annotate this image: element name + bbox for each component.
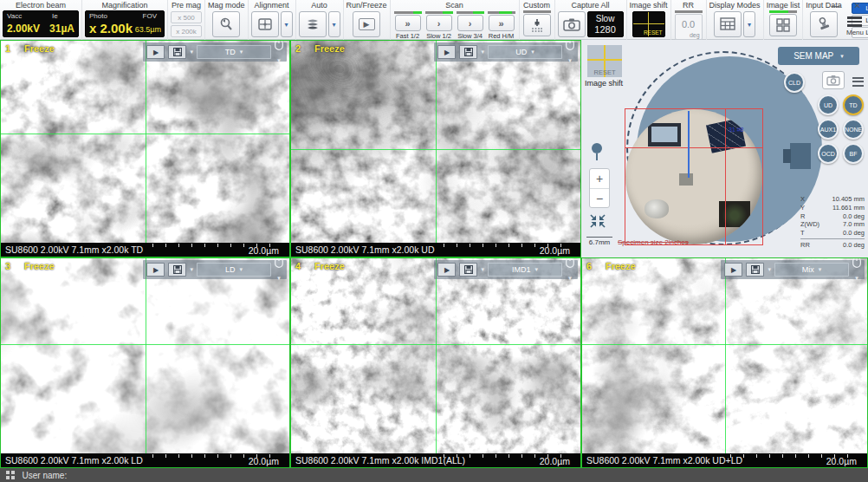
detector-value: TD [225,48,236,56]
rr-display[interactable]: 0.0 deg [675,14,703,40]
zoom-out-button[interactable]: − [590,188,609,207]
save-image-button[interactable] [746,263,764,277]
mouse-mode-button[interactable]: ▾ [852,257,861,283]
detector-select[interactable]: UD ▾ [488,45,562,59]
run-button[interactable]: ▶ [146,263,165,277]
chevron-down-icon: ▾ [277,57,281,63]
auto-layers-icon [305,16,321,32]
image-overlay-toolbar: ▶ ▾ IMD1 ▾ ▾ [434,260,578,279]
save-dropdown-caret[interactable]: ▾ [190,266,193,273]
save-image-button[interactable] [168,263,186,277]
image-shift-reset-button[interactable]: RESET [644,29,663,36]
run-freeze-button[interactable]: ▶ [353,11,380,37]
position-marker-line [688,111,690,178]
chevron-down-icon: ▾ [535,266,539,273]
sem-image-panel-mix[interactable]: 6 Freeze ▶ ▾ Mix ▾ ▾ SU8600 2.00kV 7.1mm… [581,257,868,468]
run-button[interactable]: ▶ [437,263,456,277]
camera-icon [563,17,580,31]
chevron-down-icon: ▾ [240,49,243,55]
magnifier-icon [218,16,234,32]
capture-all-button[interactable] [558,11,586,37]
image-list-button[interactable] [769,14,797,36]
detector-select[interactable]: TD ▾ [197,45,271,59]
scan-red-hm-button[interactable]: » [489,15,515,31]
crosshair-horizontal [582,344,867,345]
detector-select[interactable]: LD ▾ [197,263,271,277]
detector-select[interactable]: Mix ▾ [774,263,849,277]
display-modes-button[interactable] [714,11,742,37]
sem-image-panel-ld[interactable]: 3 Freeze ▶ ▾ LD ▾ ▾ SU8600 2.00kV 7.1mm … [0,257,290,468]
save-dropdown-caret[interactable]: ▾ [190,49,193,55]
detector-none-button[interactable]: NONE [843,119,864,140]
input-data-button[interactable] [810,11,838,37]
crosshair-horizontal [1,134,289,134]
stamp-icon [816,16,832,32]
save-icon [751,265,760,274]
fov-label: FOV [143,12,157,20]
detector-ud-button[interactable]: UD [818,94,839,115]
mouse-mode-button[interactable]: ▾ [275,40,283,66]
fit-view-button[interactable] [589,213,606,229]
display-modes-dropdown-caret[interactable]: ▾ [743,11,755,37]
scan-slow-half-button[interactable]: › [426,15,452,31]
image-shift-pad[interactable]: RESET [632,11,665,37]
save-dropdown-caret[interactable]: ▾ [481,49,484,55]
sem-map-mode-select[interactable]: SEM MAP ▾ [778,47,859,65]
chevron-down-icon: ▾ [568,57,572,63]
run-button[interactable]: ▶ [146,45,165,59]
detector-cld-button[interactable]: CLD [784,72,805,93]
mag-mode-button[interactable] [212,11,240,37]
hamburger-icon [846,16,864,27]
electron-beam-display: Vacc Ie 2.00kV 31µA [3,10,79,37]
mouse-icon [852,257,861,268]
detector-value: UD [515,48,527,56]
save-image-button[interactable] [459,45,477,59]
sem-image-panel-imd1[interactable]: 4 Freeze ▶ ▾ IMD1 ▾ ▾ SU8600 2.00kV 7.1m… [290,257,581,468]
map-zoom-control: + − [589,168,610,208]
mouse-mode-button[interactable]: ▾ [566,257,574,283]
scan-fast-half-button[interactable]: » [395,15,421,31]
map-pin-button[interactable] [590,142,604,161]
image-caption: SU8600 2.00kV 7.1mm x2.00k IMD1(ALL) [295,455,465,466]
zoom-in-button[interactable]: + [590,169,609,188]
mouse-mode-button[interactable]: ▾ [566,40,574,66]
detector-bf-button[interactable]: BF [843,143,864,164]
freeze-status: Freeze [314,261,345,271]
grid-icon[interactable] [6,471,15,479]
save-dropdown-caret[interactable]: ▾ [768,266,771,273]
specimen-size-label: Specimen size 2inches [618,238,689,246]
sem-image-panel-ud[interactable]: 2 Freeze ▶ ▾ UD ▾ ▾ SU8600 2.00kV 7.1mm … [290,40,581,257]
run-button[interactable]: ▶ [724,263,742,277]
alignment-button[interactable] [251,11,279,37]
save-icon [464,265,473,274]
close-button[interactable]: ✕ [854,1,861,11]
chevron-down-icon: ▾ [855,275,858,281]
detector-aux1-button[interactable]: AUX1 [818,119,839,140]
detector-ocd-button[interactable]: OCD [818,143,839,164]
map-image-shift-reset-button[interactable]: RESET [587,45,622,77]
custom-button[interactable] [523,14,551,36]
rr-title: RR [683,1,694,10]
save-image-button[interactable] [168,45,186,59]
pre-mag-200k-button[interactable]: x 200k [171,25,202,37]
run-button[interactable]: ▶ [437,45,456,59]
sem-image-panel-td[interactable]: 1 Freeze ▶ ▾ TD ▾ ▾ SU8600 2.00kV 7.1mm … [0,40,290,257]
scan-progress-bar [457,11,484,14]
pre-mag-500-button[interactable]: x 500 [171,11,202,23]
menu-button[interactable]: Menu [846,15,864,36]
auto-button[interactable] [299,11,327,37]
auto-dropdown-caret[interactable]: ▾ [328,11,340,37]
map-camera-button[interactable] [822,71,845,89]
save-dropdown-caret[interactable]: ▾ [481,266,484,273]
minimize-button[interactable]: — [832,1,840,11]
map-menu-button[interactable] [852,75,864,88]
detector-td-button[interactable]: TD [843,94,864,115]
save-image-button[interactable] [459,263,477,277]
scan-slow-34-button[interactable]: › [457,15,483,31]
mouse-mode-button[interactable]: ▾ [275,257,283,283]
map-scale-label: 6.7mm [586,237,612,246]
detector-select[interactable]: IMD1 ▾ [488,263,562,277]
sample-label: 31 #8 [729,127,744,133]
alignment-dropdown-caret[interactable]: ▾ [281,11,293,37]
image-overlay-toolbar: ▶ ▾ LD ▾ ▾ [143,260,287,279]
